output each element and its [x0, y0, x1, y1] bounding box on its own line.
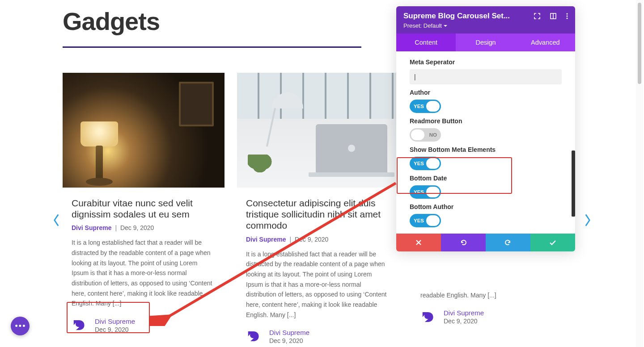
- meta-separator-input[interactable]: [410, 69, 562, 84]
- panel-body: Meta Seperator Author YES Readmore Butto…: [396, 51, 575, 234]
- chevron-right-icon: [584, 214, 592, 226]
- card-author[interactable]: Divi Supreme: [246, 236, 286, 243]
- panel-scrollbar[interactable]: [572, 151, 575, 217]
- readmore-toggle[interactable]: NO: [410, 128, 441, 142]
- svg-point-3: [566, 15, 568, 17]
- divi-supreme-logo-icon: [245, 329, 260, 344]
- card-bottom-meta: Divi Supreme Dec 9, 2020: [69, 316, 218, 334]
- panel-tabs: Content Design Advanced: [396, 33, 575, 51]
- meta-separator: |: [289, 236, 291, 243]
- title-underline: [63, 46, 361, 48]
- avatar: [418, 308, 436, 326]
- tab-design[interactable]: Design: [456, 33, 515, 51]
- carousel-next-button[interactable]: [581, 214, 594, 226]
- field-label: Readmore Button: [410, 117, 562, 125]
- avatar: [69, 316, 88, 334]
- field-bottom-date: Bottom Date YES: [410, 175, 562, 199]
- card-meta: Divi Supreme | Dec 9, 2020: [246, 236, 390, 243]
- field-author: Author YES: [410, 89, 562, 113]
- field-label: Show Bottom Meta Elements: [410, 146, 562, 153]
- card-title[interactable]: Consectetur adipiscing elit duis tristiq…: [246, 197, 390, 231]
- field-bottom-author: Bottom Author YES: [410, 203, 562, 227]
- card-excerpt-tail: readable English. Many [...]: [420, 290, 564, 301]
- bottom-meta-author[interactable]: Divi Supreme: [95, 318, 135, 325]
- divi-supreme-logo-icon: [71, 318, 86, 333]
- field-label: Bottom Author: [410, 203, 562, 210]
- card-date: Dec 9, 2020: [120, 224, 154, 231]
- field-label: Meta Seperator: [410, 59, 562, 66]
- divi-fab-button[interactable]: •••: [11, 317, 30, 335]
- undo-button[interactable]: [441, 234, 486, 251]
- module-settings-panel[interactable]: Supreme Blog Carousel Set... Preset: Def…: [396, 6, 575, 251]
- chevron-left-icon: [52, 214, 60, 226]
- author-toggle[interactable]: YES: [410, 100, 441, 113]
- bottom-meta-author[interactable]: Divi Supreme: [444, 309, 484, 317]
- ellipsis-icon: •••: [15, 322, 26, 331]
- card-date: Dec 9, 2020: [295, 236, 329, 243]
- close-icon: [415, 239, 422, 246]
- tab-content[interactable]: Content: [396, 33, 456, 51]
- card-excerpt: It is a long established fact that a rea…: [246, 249, 390, 320]
- field-label: Bottom Date: [410, 175, 562, 182]
- kebab-menu-icon[interactable]: [566, 13, 568, 19]
- card-title[interactable]: Curabitur vitae nunc sed velit dignissim…: [72, 197, 216, 220]
- field-label: Author: [410, 89, 562, 96]
- panel-title: Supreme Blog Carousel Set...: [403, 12, 510, 21]
- card-excerpt: It is a long established fact that a rea…: [72, 238, 216, 309]
- bottom-author-toggle[interactable]: YES: [410, 214, 441, 227]
- bottom-meta-date: Dec 9, 2020: [444, 318, 484, 325]
- page-scrollbar[interactable]: [636, 0, 643, 347]
- redo-button[interactable]: [486, 234, 530, 251]
- meta-separator: |: [115, 224, 117, 231]
- show-bottom-meta-toggle[interactable]: YES: [410, 157, 441, 170]
- card-bottom-meta: Divi Supreme Dec 9, 2020: [243, 327, 393, 346]
- bottom-meta-date: Dec 9, 2020: [269, 337, 309, 344]
- carousel-card[interactable]: Curabitur vitae nunc sed velit dignissim…: [63, 73, 225, 346]
- panel-footer: [396, 234, 575, 251]
- card-image: [237, 73, 399, 188]
- bottom-date-toggle[interactable]: YES: [410, 185, 441, 199]
- save-button[interactable]: [530, 234, 575, 251]
- card-image: [63, 73, 225, 188]
- carousel-card[interactable]: Consectetur adipiscing elit duis tristiq…: [237, 73, 399, 346]
- card-meta: Divi Supreme | Dec 9, 2020: [72, 224, 216, 231]
- field-show-bottom-meta: Show Bottom Meta Elements YES: [410, 146, 562, 170]
- field-readmore: Readmore Button NO: [410, 117, 562, 142]
- field-meta-separator: Meta Seperator: [410, 59, 562, 84]
- discard-button[interactable]: [396, 234, 441, 251]
- tab-advanced[interactable]: Advanced: [516, 33, 575, 51]
- check-icon: [549, 239, 556, 246]
- preset-selector[interactable]: Preset: Default: [403, 22, 568, 29]
- card-author[interactable]: Divi Supreme: [72, 224, 111, 231]
- undo-icon: [460, 239, 467, 246]
- redo-icon: [504, 239, 512, 246]
- expand-icon[interactable]: [534, 13, 540, 19]
- svg-point-2: [566, 13, 568, 14]
- carousel-prev-button[interactable]: [50, 214, 63, 226]
- divi-supreme-logo-icon: [419, 309, 435, 325]
- bottom-meta-date: Dec 9, 2020: [95, 326, 135, 333]
- avatar: [243, 327, 262, 346]
- svg-point-4: [566, 17, 568, 19]
- card-bottom-meta: Divi Supreme Dec 9, 2020: [418, 308, 567, 326]
- snap-icon[interactable]: [550, 13, 556, 19]
- bottom-meta-author[interactable]: Divi Supreme: [269, 329, 309, 336]
- panel-header[interactable]: Supreme Blog Carousel Set... Preset: Def…: [396, 6, 575, 33]
